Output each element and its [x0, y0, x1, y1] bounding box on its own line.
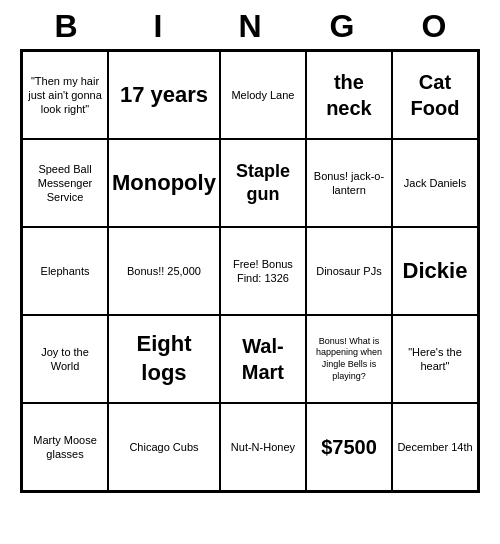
bingo-cell-8: Bonus! jack-o-lantern	[306, 139, 392, 227]
bingo-cell-21: Chicago Cubs	[108, 403, 220, 491]
bingo-cell-11: Bonus!! 25,000	[108, 227, 220, 315]
header-g: G	[298, 8, 386, 45]
bingo-cell-18: Bonus! What is happening when Jingle Bel…	[306, 315, 392, 403]
bingo-cell-13: Dinosaur PJs	[306, 227, 392, 315]
header-o: O	[390, 8, 478, 45]
bingo-cell-2: Melody Lane	[220, 51, 306, 139]
bingo-cell-17: Wal-Mart	[220, 315, 306, 403]
bingo-cell-6: Monopoly	[108, 139, 220, 227]
bingo-grid: "Then my hair just ain't gonna look righ…	[20, 49, 480, 493]
header-b: B	[22, 8, 110, 45]
bingo-cell-12: Free! Bonus Find: 1326	[220, 227, 306, 315]
header-i: I	[114, 8, 202, 45]
bingo-cell-9: Jack Daniels	[392, 139, 478, 227]
bingo-cell-14: Dickie	[392, 227, 478, 315]
bingo-cell-15: Joy to the World	[22, 315, 108, 403]
bingo-cell-22: Nut-N-Honey	[220, 403, 306, 491]
bingo-cell-1: 17 years	[108, 51, 220, 139]
bingo-cell-7: Staple gun	[220, 139, 306, 227]
bingo-header: B I N G O	[20, 0, 480, 49]
header-n: N	[206, 8, 294, 45]
bingo-cell-19: "Here's the heart"	[392, 315, 478, 403]
bingo-cell-3: the neck	[306, 51, 392, 139]
bingo-cell-10: Elephants	[22, 227, 108, 315]
bingo-cell-24: December 14th	[392, 403, 478, 491]
bingo-cell-23: $7500	[306, 403, 392, 491]
bingo-cell-0: "Then my hair just ain't gonna look righ…	[22, 51, 108, 139]
bingo-cell-5: Speed Ball Messenger Service	[22, 139, 108, 227]
bingo-cell-4: Cat Food	[392, 51, 478, 139]
bingo-cell-20: Marty Moose glasses	[22, 403, 108, 491]
bingo-cell-16: Eight logs	[108, 315, 220, 403]
